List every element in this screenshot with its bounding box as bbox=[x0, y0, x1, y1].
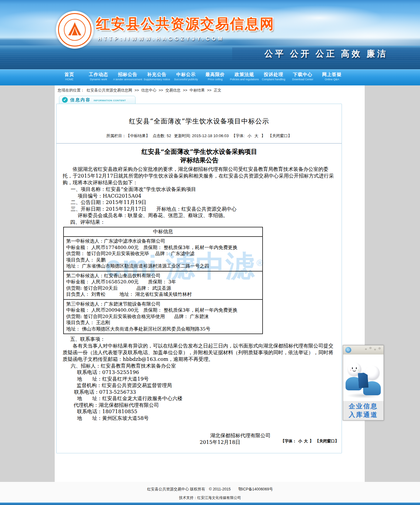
figure-blush bbox=[350, 370, 351, 371]
nav-item-policies[interactable]: 政策法规 Policies and regulations bbox=[230, 70, 259, 85]
widget-caption-line1: 企业信息 bbox=[343, 402, 384, 410]
figure-eye bbox=[352, 367, 353, 369]
article-body: cmi 滤中滤® 红安县“全面薄改”学生饮水设备采购项目 评标结果公告 依据湖北… bbox=[57, 144, 342, 446]
nav-item-winning-publicity[interactable]: 中标公示 Successful publicity bbox=[171, 70, 201, 85]
font-small-button[interactable]: 小 bbox=[298, 439, 302, 443]
award-candidate-1: 第一中标候选人：广东滤中滤净水设备有限公司 中标金额： 人民币1774800.0… bbox=[64, 237, 262, 272]
page: 红安县公共资源交易信息网 HTTP://WWW.HAGGZYJY.COM 公平 … bbox=[0, 0, 420, 505]
nav-sublabel: Price ceiling bbox=[201, 78, 230, 81]
nav-sublabel: Dynamic work bbox=[84, 78, 113, 81]
award-table: 中标信息 第一中标候选人：广东滤中滤净水设备有限公司 中标金额： 人民币1774… bbox=[63, 227, 263, 334]
article-heading-2: 评标结果公告 bbox=[63, 156, 336, 164]
copyright-text: 红安县公共资源交易中心 版权所有 © 2011-2015 鄂ICP备140060… bbox=[0, 482, 420, 492]
section5-paragraph: 各有关当事人对中标结果有异议的，可以在结果公告发布之日起三日内，以书面形式向湖北… bbox=[63, 343, 336, 363]
figure-smile bbox=[353, 370, 356, 372]
main-nav: 首页 HOME 工作动态 Dynamic work 招标公告 A tender … bbox=[0, 69, 420, 85]
breadcrumb-separator: >> bbox=[159, 88, 163, 92]
table-row: 项目负责人： 吴鹏 bbox=[66, 257, 260, 263]
table-row: 地址： 广东省佛山市顺德区勒流街道裕源村清源工业区二路一号之四 bbox=[66, 263, 260, 269]
tab-sublabel: INFORMATION CONTENT bbox=[94, 98, 126, 102]
figures-illustration bbox=[343, 355, 384, 401]
site-header: 红安县公共资源交易信息网 HTTP://WWW.HAGGZYJY.COM 公平 … bbox=[0, 0, 420, 69]
site-title: 红安县公共资源交易信息网 bbox=[96, 15, 275, 33]
nav-label: 工作动态 bbox=[84, 72, 113, 78]
nav-label: 补充公告 bbox=[142, 72, 171, 78]
site-slogan: 公平 公开 公正 高效 廉洁 bbox=[232, 47, 420, 60]
nav-item-price-ceiling[interactable]: 最高限价 Price ceiling bbox=[201, 70, 230, 85]
smiley-icon: ☺ bbox=[345, 347, 351, 353]
note-font-suffix: 】 bbox=[309, 439, 313, 443]
breadcrumb-current: 正文 bbox=[214, 88, 221, 92]
nav-sublabel: Online Q&A bbox=[317, 78, 346, 81]
nav-label: 下载中心 bbox=[288, 72, 317, 78]
table-row: 供货期： 签订合同20天后安装验收完毕 品牌： 广东滤中滤 bbox=[66, 251, 260, 257]
table-row: 供货期: 签订合同20天后安装验收合格完毕使用 品牌： 广东碧涞 bbox=[66, 313, 260, 320]
nav-label: 政策法规 bbox=[230, 72, 259, 78]
award-candidate-2: 第二中标候选人：红安香山食品饮料有限公司 中标金额： 人民币1658520.00… bbox=[64, 272, 262, 300]
table-row: 中标金额： 人民币2009400.00元 质保期： 整机质保3年，耗材一年内免费… bbox=[66, 307, 260, 313]
meta-updated: 更新时间: 2015-12-18 10:06:03 bbox=[174, 133, 229, 138]
section6-line: 地 址：红安县红坪大道19号 bbox=[63, 376, 336, 382]
section6-line: 联系电话：18071810855 bbox=[63, 408, 336, 415]
nav-item-online-qa[interactable]: 网上答疑 Online Q&A bbox=[317, 70, 346, 85]
figure-blush bbox=[358, 370, 359, 371]
section6-line: 监督机构：红安县公共资源交易监督管理局 bbox=[63, 382, 336, 389]
section5-title: 五、联系事项： bbox=[63, 336, 336, 343]
breadcrumb-separator: >> bbox=[134, 88, 139, 92]
section6-line: 代理机构：湖北保都招标代理有限公司 bbox=[63, 402, 336, 409]
nav-item-download-center[interactable]: 下载中心 Download Center bbox=[288, 70, 317, 85]
nav-label: 招标公告 bbox=[113, 72, 142, 78]
widget-caption: 企业信息 入库通道 bbox=[343, 401, 384, 420]
nav-sublabel: A tender announcement bbox=[113, 78, 142, 81]
logo-emblem-icon bbox=[66, 20, 84, 39]
table-row: 项目负责人： 王志刚 bbox=[66, 320, 260, 326]
nav-item-tender-announcement[interactable]: 招标公告 A tender announcement bbox=[113, 70, 142, 85]
intro-paragraph: 依据湖北省红安县政府采购办公室批准的要求，湖北保都招标代理有限公司受红安县教育局… bbox=[63, 166, 336, 186]
table-row: 第二中标候选人：红安香山食品饮料有限公司 bbox=[66, 273, 260, 279]
note-font-prefix: 【字体： bbox=[281, 439, 297, 443]
nav-item-supplementary-notice[interactable]: 补充公告 Supplementary notice bbox=[142, 70, 171, 85]
breadcrumb: 您现在的位置： 红安县公共资源交易信息网 >> 信息中心 >> 交易信息 >> … bbox=[58, 88, 222, 93]
list-item: 三、开标日期：2015年12月17日 开标地点：红安县公共资源交易中心 bbox=[63, 206, 336, 213]
breadcrumb-home[interactable]: 红安县公共资源交易信息网 bbox=[87, 88, 132, 92]
font-large-button[interactable]: 大 bbox=[304, 439, 308, 443]
nav-item-complaint-handling[interactable]: 投诉处理 Complaint handling bbox=[259, 70, 288, 85]
award-table-header: 中标信息 bbox=[64, 227, 262, 237]
section6-line: 联系电话：0713-5256733 bbox=[63, 389, 336, 396]
nav-label: 最高限价 bbox=[201, 72, 230, 78]
list-item: 一、项目名称：红安县“全面薄改”学生饮水设备采购项目 bbox=[63, 186, 336, 193]
enterprise-info-entry-banner[interactable]: ☺ 企业信息 入库通道 bbox=[343, 345, 384, 420]
breadcrumb-separator: >> bbox=[183, 88, 188, 92]
nav-label: 首页 bbox=[55, 72, 84, 78]
nav-item-dynamic-work[interactable]: 工作动态 Dynamic work bbox=[84, 70, 113, 85]
close-window-button[interactable]: 【关闭窗口】 bbox=[268, 133, 292, 138]
main-column: 您现在的位置： 红安县公共资源交易信息网 >> 信息中心 >> 交易信息 >> … bbox=[55, 85, 365, 482]
widget-caption-line2: 入库通道 bbox=[343, 410, 384, 419]
table-row: 中标金额： 人民币1658520.00元 质保期： 3年 bbox=[66, 279, 260, 285]
list-item: 评标委员会成员名单：耿显金、周春花、张思卫、蔡咏汉、李绍德。 bbox=[63, 212, 336, 219]
nav-label: 网上答疑 bbox=[317, 72, 346, 78]
meta-font-suffix: 】 bbox=[261, 133, 265, 138]
breadcrumb-info-center[interactable]: 信息中心 bbox=[141, 88, 157, 92]
font-small-button[interactable]: 小 bbox=[247, 133, 251, 138]
section6-line: 联系电话：0713-5255196 bbox=[63, 369, 336, 376]
breadcrumb-bid-results[interactable]: 中标结果 bbox=[190, 88, 205, 92]
check-icon: ✔ bbox=[62, 97, 68, 103]
meta-section: 所属栏目：【中标结果】 bbox=[106, 133, 150, 138]
breadcrumb-trade-info[interactable]: 交易信息 bbox=[165, 88, 181, 92]
meta-font-prefix: 【字体: bbox=[232, 133, 245, 138]
article-meta: 所属栏目：【中标结果】 点击数: 52 更新时间: 2015-12-18 10:… bbox=[57, 133, 342, 139]
table-row: 供货期: 签订合同20天后 品牌： 武汉圣源 bbox=[66, 285, 260, 292]
font-large-button[interactable]: 大 bbox=[254, 133, 258, 138]
tab-information-content: ✔ 信息内容 INFORMATION CONTENT bbox=[59, 96, 136, 104]
nav-item-home[interactable]: 首页 HOME bbox=[55, 70, 84, 85]
nav-sublabel: Supplementary notice bbox=[142, 78, 171, 81]
site-url: HTTP://WWW.HAGGZYJY.COM bbox=[98, 36, 225, 42]
section6-line: 地 址：红安县红金龙大道行政服务中心六楼 bbox=[63, 395, 336, 402]
section6-line: 六、招标人：红安县教育局教育技术装备办公室 bbox=[63, 363, 336, 369]
list-item: 二、公告日期：2015年11月19日 bbox=[63, 199, 336, 206]
nav-items: 首页 HOME 工作动态 Dynamic work 招标公告 A tender … bbox=[55, 70, 346, 85]
nav-sublabel: Complaint handling bbox=[259, 78, 288, 81]
close-window-button[interactable]: 【关闭窗口】 bbox=[315, 439, 339, 443]
table-row: 中标金额： 人民币1774800.00元 质保期： 整机质保3年，耗材一年内免费… bbox=[66, 244, 260, 251]
